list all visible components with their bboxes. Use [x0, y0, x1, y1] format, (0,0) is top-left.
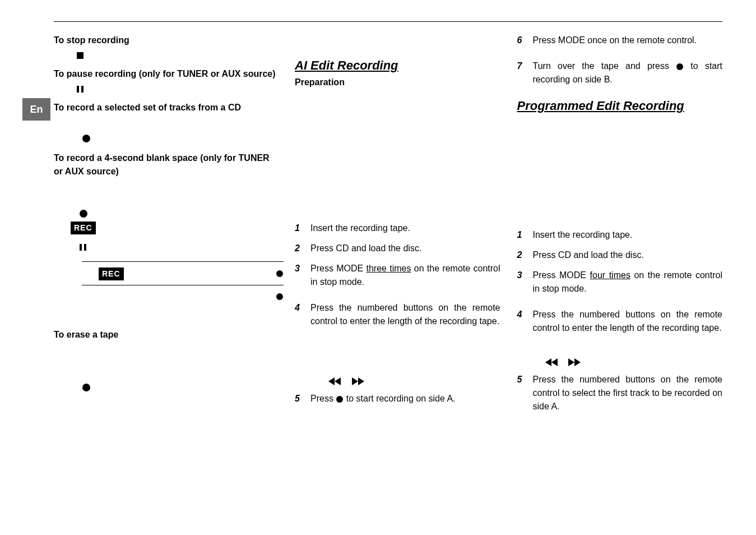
record-icon: [82, 134, 91, 143]
record-icon: [79, 209, 88, 218]
heading-blank-space: To record a 4-second blank space (only f…: [54, 151, 278, 178]
step-text: Press the numbered buttons on the remote…: [533, 308, 723, 335]
svg-marker-10: [328, 377, 335, 385]
stop-icon: [76, 52, 84, 59]
step-5b: 5 Press the numbered buttons on the remo…: [517, 373, 723, 413]
step-text: Press the numbered buttons on the remote…: [310, 301, 500, 328]
svg-point-14: [336, 396, 343, 403]
record-icon: [276, 270, 284, 278]
svg-point-9: [82, 384, 90, 391]
svg-marker-12: [352, 377, 358, 385]
step-text: Turn over the tape and press to start re…: [533, 59, 723, 86]
rewind-icon: [328, 377, 342, 385]
step-text: Press MODE once on the remote control.: [533, 34, 697, 47]
step-number: 2: [517, 248, 527, 262]
svg-marker-13: [358, 377, 364, 385]
svg-marker-18: [568, 358, 574, 366]
step-number: 7: [517, 59, 527, 86]
svg-marker-11: [335, 377, 341, 385]
step-number: 1: [517, 228, 527, 242]
pause-icon: [76, 85, 84, 93]
step-text: Insert the recording tape.: [310, 222, 410, 235]
step-number: 6: [517, 34, 527, 47]
svg-marker-19: [574, 358, 581, 366]
svg-point-15: [676, 63, 683, 70]
heading-programmed-edit: Programmed Edit Recording: [517, 96, 723, 115]
column-1: To stop recording To pause recording (on…: [54, 22, 278, 420]
step-text: Insert the recording tape.: [533, 228, 633, 242]
record-icon: [336, 395, 344, 403]
top-rule: [54, 21, 722, 22]
svg-point-7: [276, 270, 283, 277]
svg-marker-16: [545, 358, 551, 366]
step-text: Press CD and load the disc.: [533, 248, 644, 262]
heading-ai-edit: AI Edit Recording: [295, 56, 500, 75]
step-4: 4 Press the numbered buttons on the remo…: [295, 301, 500, 328]
step-2b: 2 Press CD and load the disc.: [517, 248, 723, 262]
step-5: 5 Press to start recording on side A.: [295, 392, 500, 405]
step-1b: 1 Insert the recording tape.: [517, 228, 723, 242]
step-text: Press to start recording on side A.: [310, 392, 456, 405]
heading-pause-recording: To pause recording (only for TUNER or AU…: [54, 67, 278, 81]
step-number: 5: [295, 392, 305, 405]
rec-indicator: REC: [71, 222, 96, 234]
divider: [82, 285, 284, 285]
pause-icon: [79, 243, 87, 251]
step-number: 3: [295, 262, 305, 289]
step-3b: 3 Press MODE four times on the remote co…: [517, 269, 723, 296]
svg-point-8: [276, 293, 283, 300]
step-text: Press CD and load the disc.: [310, 242, 421, 255]
heading-preparation: Preparation: [295, 76, 500, 89]
svg-marker-17: [551, 358, 558, 366]
svg-point-4: [80, 210, 87, 218]
heading-stop-recording: To stop recording: [54, 34, 278, 47]
step-number: 2: [295, 242, 305, 255]
svg-rect-1: [77, 86, 79, 93]
divider: [82, 261, 284, 262]
rewind-icon: [545, 358, 559, 366]
step-number: 3: [517, 269, 527, 296]
svg-rect-0: [77, 52, 84, 59]
step-2: 2 Press CD and load the disc.: [295, 242, 500, 255]
svg-rect-6: [84, 244, 86, 251]
step-4b: 4 Press the numbered buttons on the remo…: [517, 308, 723, 335]
step-number: 1: [295, 222, 305, 235]
column-3: 6 Press MODE once on the remote control.…: [517, 22, 723, 420]
heading-record-selected-tracks: To record a selected set of tracks from …: [54, 101, 278, 114]
svg-rect-2: [81, 86, 84, 93]
rec-indicator: REC: [99, 268, 124, 280]
step-number: 4: [295, 301, 305, 328]
svg-point-3: [82, 135, 90, 142]
step-text: Press MODE three times on the remote con…: [310, 262, 500, 289]
step-number: 5: [517, 373, 527, 413]
column-2: AI Edit Recording Preparation 1 Insert t…: [295, 22, 500, 420]
fast-forward-icon: [568, 358, 582, 366]
record-icon: [276, 293, 284, 301]
step-text: Press MODE four times on the remote cont…: [533, 269, 723, 296]
heading-erase-tape: To erase a tape: [54, 328, 278, 342]
record-icon: [676, 63, 684, 71]
step-text: Press the numbered buttons on the remote…: [533, 373, 723, 413]
step-6: 6 Press MODE once on the remote control.: [517, 34, 723, 47]
step-7: 7 Turn over the tape and press to start …: [517, 59, 723, 86]
step-1: 1 Insert the recording tape.: [295, 222, 500, 235]
step-number: 4: [517, 308, 527, 335]
record-icon: [82, 383, 91, 392]
language-tab: En: [22, 98, 50, 121]
step-3: 3 Press MODE three times on the remote c…: [295, 262, 500, 289]
svg-rect-5: [80, 244, 82, 251]
fast-forward-icon: [352, 377, 365, 385]
